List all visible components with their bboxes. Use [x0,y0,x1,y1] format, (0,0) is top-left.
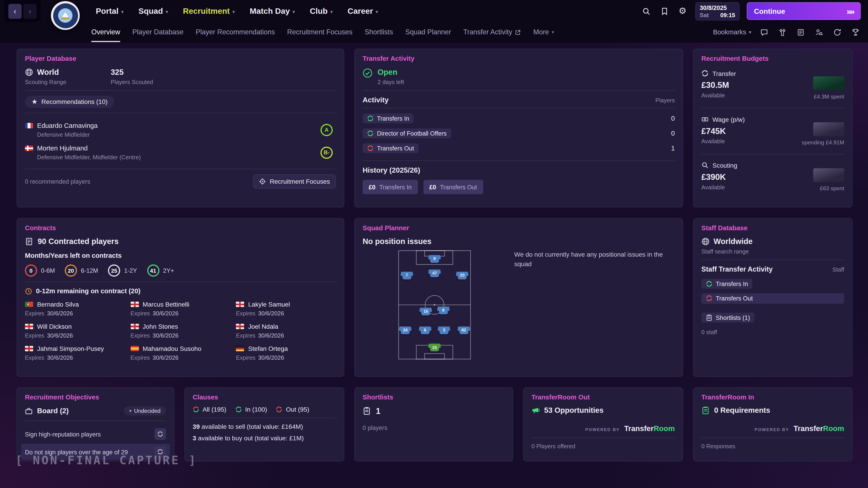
chevron-down-icon: ▾ [552,30,554,35]
expiring-player[interactable]: Bernardo SilvaExpires30/6/2026 [25,301,125,317]
sync-button[interactable] [831,27,842,38]
nation-flag [25,123,33,128]
search-button[interactable] [640,5,651,17]
activity-section-title: Activity [363,96,389,104]
staff-transfers-in-row[interactable]: Transfers In [702,279,844,289]
expiry-date: 30/6/2026 [47,310,73,316]
nation-flag [130,346,139,351]
powered-by-label: POWERED BY [585,427,620,432]
expiring-player[interactable]: John StonesExpires30/6/2026 [130,323,230,339]
menu-portal[interactable]: Portal▾ [96,6,124,15]
clauses-tab-all-195[interactable]: All (195) [193,406,226,413]
subnav-shortlists[interactable]: Shortlists [365,22,393,42]
squad-shirt-47[interactable]: 47 [430,269,439,277]
contracted-players-headline: 90 Contracted players [38,237,119,246]
director-of-football-offers-count: 0 [671,129,675,137]
clauses-tab-in-100[interactable]: In (100) [235,406,267,413]
subnav-label: Overview [91,28,120,36]
staff-transfers-out-row[interactable]: Transfers Out [702,293,844,304]
squad-shirt-16[interactable]: 16 [421,307,430,315]
budget-label: Transfer [712,70,736,76]
news-button[interactable] [795,27,806,38]
transfer-cycle-icon [706,295,712,301]
transfers-out-badge[interactable]: Transfers Out [363,143,418,153]
subnav-more[interactable]: More▾ [533,22,554,42]
contract-bucket-1-2y: 251-2Y [108,265,137,277]
tab-label: All (195) [203,406,226,413]
expiring-player[interactable]: Will DicksonExpires30/6/2026 [25,323,125,339]
inbox-button[interactable] [758,27,770,38]
subnav-squad-planner[interactable]: Squad Planner [405,22,451,42]
shirt-number: 3 [443,328,445,332]
bookmark-button[interactable] [659,5,670,17]
subnav-player-database[interactable]: Player Database [132,22,184,42]
squad-shirt-20[interactable]: 20 [458,271,467,279]
budget-availability: Available [702,184,737,190]
continue-button[interactable]: Continue »» [747,2,861,20]
subnav-recruitment-focuses[interactable]: Recruitment Focuses [287,22,352,42]
expiring-player[interactable]: Jahmai Simpson-PuseyExpires30/6/2026 [25,345,125,361]
budget-spend-bar [813,122,844,136]
panel-transferroom-out: TransferRoom Out 53 Opportunities POWERE… [523,387,683,461]
menu-squad[interactable]: Squad▾ [138,6,168,15]
director-of-football-offers-badge[interactable]: Director of Football Offers [363,128,451,138]
panel-title: Clauses [193,393,336,401]
subnav-player-recommendations[interactable]: Player Recommendations [196,22,275,42]
bucket-count: 20 [65,265,77,277]
person-search-icon [815,28,823,36]
subnav-overview[interactable]: Overview [91,22,120,42]
squad-shirt-button[interactable] [777,27,788,38]
date-time-widget[interactable]: 30/8/2025 Sat 09:15 [695,2,740,20]
squad-shirt-6[interactable]: 6 [421,326,430,334]
menu-match-day[interactable]: Match Day▾ [250,6,295,15]
menu-club[interactable]: Club▾ [310,6,333,15]
club-badge[interactable] [51,1,80,30]
transfers-in-badge[interactable]: Transfers In [363,113,414,123]
squad-shirt-9[interactable]: 9 [430,255,439,263]
nation-flag [25,346,33,351]
expiring-player[interactable]: Mahamadou SusohoExpires30/6/2026 [130,345,230,361]
subnav-items: OverviewPlayer DatabasePlayer Recommenda… [91,22,554,42]
expiring-player[interactable]: Stefan OrtegaExpires30/6/2026 [236,345,336,361]
staff-shortlists-button[interactable]: Shortlists (1) [702,313,754,323]
transfer-cycle-icon [193,406,199,413]
history-title: History (2025/26) [363,166,675,174]
objective-history-button[interactable] [154,428,166,440]
settings-button[interactable]: ⚙ [677,5,688,17]
expiring-player[interactable]: Marcus BettinelliExpires30/6/2026 [130,301,230,317]
recruitment-focuses-button[interactable]: Recruitment Focuses [253,174,336,189]
clock-icon [25,287,32,295]
squad-shirt-24[interactable]: 24 [401,326,410,334]
history-transfers-in-button[interactable]: £0Transfers In [363,180,418,194]
trophy-icon [851,28,860,36]
expiring-player[interactable]: Joel NdalaExpires30/6/2026 [236,323,336,339]
history-forward-button[interactable]: › [23,4,37,19]
recommendations-button[interactable]: ★ Recommendations (10) [25,96,114,108]
budget-note: £4.3M spent [814,94,844,100]
contracts-subtitle: Months/Years left on contracts [25,252,336,259]
subnav-transfer-activity[interactable]: Transfer Activity [463,22,521,42]
objective-row[interactable]: Sign high-reputation players [21,426,170,442]
recommended-player-row[interactable]: Eduardo CamavingaDefensive MidfielderA [25,119,336,141]
staff-header-right: Staff [832,266,844,273]
squad-shirt-8[interactable]: 8 [439,306,448,314]
globe-icon [25,68,33,76]
scouting-range-label: Scouting Range [25,78,111,85]
achievements-button[interactable] [850,27,861,38]
recommended-player-row[interactable]: Morten HjulmandDefensive Midfielder, Mid… [25,141,336,164]
history-back-button[interactable]: ‹ [8,4,22,19]
squad-shirt-82[interactable]: 82 [459,326,468,334]
expiring-player[interactable]: Lakyle SamuelExpires30/6/2026 [236,301,336,317]
menu-recruitment[interactable]: Recruitment▾ [183,6,235,15]
squad-shirt-7[interactable]: 7 [402,271,411,279]
menu-career[interactable]: Career▾ [348,6,378,15]
position-issues-note: We do not currently have any positional … [514,250,669,269]
scouting-button[interactable] [813,27,825,38]
squad-shirt-3[interactable]: 3 [440,326,448,334]
clauses-tab-out-95[interactable]: Out (95) [276,406,309,413]
focuses-button-label: Recruitment Focuses [270,178,330,185]
bookmarks-dropdown[interactable]: Bookmarks ▾ [713,28,751,36]
squad-shirt-25[interactable]: 25 [430,344,439,351]
history-transfers-out-button[interactable]: £0Transfers Out [423,180,483,194]
history-amount: £0 [369,184,375,190]
